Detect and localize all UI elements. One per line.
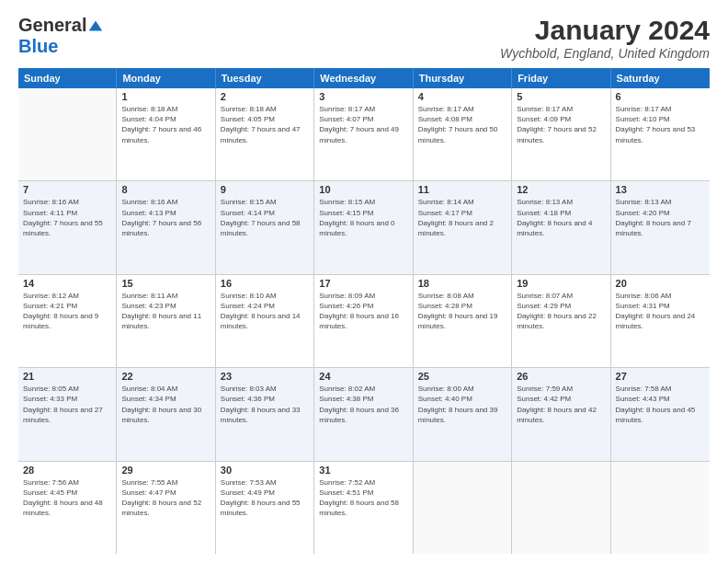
cal-cell: [611, 462, 710, 554]
cal-cell: 15Sunrise: 8:11 AMSunset: 4:23 PMDayligh…: [117, 275, 215, 367]
cell-info: Sunrise: 8:00 AMSunset: 4:40 PMDaylight:…: [418, 384, 506, 425]
cal-cell: 3Sunrise: 8:17 AMSunset: 4:07 PMDaylight…: [314, 88, 413, 180]
cal-cell: 10Sunrise: 8:15 AMSunset: 4:15 PMDayligh…: [314, 181, 413, 273]
cal-cell: 20Sunrise: 8:06 AMSunset: 4:31 PMDayligh…: [611, 275, 710, 367]
cal-cell: 14Sunrise: 8:12 AMSunset: 4:21 PMDayligh…: [18, 275, 117, 367]
header-day-friday: Friday: [512, 68, 610, 88]
cell-info: Sunrise: 8:03 AMSunset: 4:36 PMDaylight:…: [221, 384, 309, 425]
day-number: 8: [121, 184, 210, 195]
cal-cell: 7Sunrise: 8:16 AMSunset: 4:11 PMDaylight…: [18, 181, 117, 273]
cell-info: Sunrise: 8:17 AMSunset: 4:09 PMDaylight:…: [517, 104, 605, 145]
calendar-header: SundayMondayTuesdayWednesdayThursdayFrid…: [18, 68, 710, 88]
cal-cell: 17Sunrise: 8:09 AMSunset: 4:26 PMDayligh…: [314, 275, 413, 367]
day-number: 7: [23, 184, 111, 195]
cell-info: Sunrise: 7:53 AMSunset: 4:49 PMDaylight:…: [221, 477, 309, 519]
header-day-monday: Monday: [117, 68, 215, 88]
cal-cell: 8Sunrise: 8:16 AMSunset: 4:13 PMDaylight…: [117, 181, 215, 273]
cal-cell: 28Sunrise: 7:56 AMSunset: 4:45 PMDayligh…: [18, 462, 117, 554]
cal-cell: 30Sunrise: 7:53 AMSunset: 4:49 PMDayligh…: [216, 462, 314, 554]
month-title: January 2024: [500, 15, 710, 46]
week-row-2: 7Sunrise: 8:16 AMSunset: 4:11 PMDaylight…: [18, 181, 710, 274]
header-day-wednesday: Wednesday: [314, 68, 413, 88]
cal-cell: 6Sunrise: 8:17 AMSunset: 4:10 PMDaylight…: [611, 88, 710, 180]
header-day-saturday: Saturday: [611, 68, 710, 88]
day-number: 10: [319, 184, 407, 195]
title-block: January 2024 Wychbold, England, United K…: [500, 15, 710, 61]
cal-cell: 12Sunrise: 8:13 AMSunset: 4:18 PMDayligh…: [512, 181, 610, 273]
cell-info: Sunrise: 8:02 AMSunset: 4:38 PMDaylight:…: [319, 384, 407, 425]
cell-info: Sunrise: 8:17 AMSunset: 4:08 PMDaylight:…: [418, 104, 506, 145]
day-number: 12: [517, 184, 605, 195]
cell-info: Sunrise: 8:15 AMSunset: 4:15 PMDaylight:…: [319, 197, 407, 238]
logo-icon: [87, 17, 104, 34]
cal-cell: 5Sunrise: 8:17 AMSunset: 4:09 PMDaylight…: [512, 88, 610, 180]
cell-info: Sunrise: 8:10 AMSunset: 4:24 PMDaylight:…: [221, 291, 309, 332]
header-day-tuesday: Tuesday: [216, 68, 314, 88]
cell-info: Sunrise: 8:09 AMSunset: 4:26 PMDaylight:…: [319, 291, 407, 332]
cell-info: Sunrise: 8:17 AMSunset: 4:10 PMDaylight:…: [616, 104, 705, 145]
cell-info: Sunrise: 8:12 AMSunset: 4:21 PMDaylight:…: [23, 291, 111, 332]
cal-cell: 24Sunrise: 8:02 AMSunset: 4:38 PMDayligh…: [314, 368, 413, 460]
cell-info: Sunrise: 8:06 AMSunset: 4:31 PMDaylight:…: [616, 291, 705, 332]
cell-info: Sunrise: 7:59 AMSunset: 4:42 PMDaylight:…: [517, 384, 605, 425]
header-day-thursday: Thursday: [414, 68, 512, 88]
logo-blue-text: Blue: [18, 36, 58, 57]
header-day-sunday: Sunday: [18, 68, 117, 88]
cell-info: Sunrise: 8:08 AMSunset: 4:28 PMDaylight:…: [418, 291, 506, 332]
cell-info: Sunrise: 8:07 AMSunset: 4:29 PMDaylight:…: [517, 291, 605, 332]
cal-cell: 31Sunrise: 7:52 AMSunset: 4:51 PMDayligh…: [314, 462, 413, 554]
cell-info: Sunrise: 7:56 AMSunset: 4:45 PMDaylight:…: [23, 477, 111, 519]
day-number: 23: [221, 371, 309, 382]
logo: General Blue: [18, 15, 104, 57]
cell-info: Sunrise: 7:52 AMSunset: 4:51 PMDaylight:…: [319, 477, 407, 519]
week-row-1: 1Sunrise: 8:18 AMSunset: 4:04 PMDaylight…: [18, 88, 710, 181]
logo-general: General: [18, 15, 86, 36]
day-number: 16: [221, 278, 309, 289]
cell-info: Sunrise: 8:13 AMSunset: 4:20 PMDaylight:…: [616, 197, 705, 238]
cal-cell: 21Sunrise: 8:05 AMSunset: 4:33 PMDayligh…: [18, 368, 117, 460]
day-number: 27: [616, 371, 705, 382]
day-number: 1: [121, 91, 210, 102]
day-number: 4: [418, 91, 506, 102]
cal-cell: 26Sunrise: 7:59 AMSunset: 4:42 PMDayligh…: [512, 368, 610, 460]
week-row-4: 21Sunrise: 8:05 AMSunset: 4:33 PMDayligh…: [18, 368, 710, 461]
cal-cell: 4Sunrise: 8:17 AMSunset: 4:08 PMDaylight…: [414, 88, 512, 180]
cal-cell: 1Sunrise: 8:18 AMSunset: 4:04 PMDaylight…: [117, 88, 215, 180]
cell-info: Sunrise: 8:17 AMSunset: 4:07 PMDaylight:…: [319, 104, 407, 145]
day-number: 26: [517, 371, 605, 382]
cal-cell: 9Sunrise: 8:15 AMSunset: 4:14 PMDaylight…: [216, 181, 314, 273]
cal-cell: 19Sunrise: 8:07 AMSunset: 4:29 PMDayligh…: [512, 275, 610, 367]
cell-info: Sunrise: 7:55 AMSunset: 4:47 PMDaylight:…: [121, 477, 210, 519]
day-number: 3: [319, 91, 407, 102]
cell-info: Sunrise: 8:11 AMSunset: 4:23 PMDaylight:…: [121, 291, 210, 332]
calendar-body: 1Sunrise: 8:18 AMSunset: 4:04 PMDaylight…: [18, 88, 710, 554]
day-number: 2: [221, 91, 309, 102]
day-number: 28: [23, 465, 111, 476]
day-number: 11: [418, 184, 506, 195]
week-row-3: 14Sunrise: 8:12 AMSunset: 4:21 PMDayligh…: [18, 275, 710, 368]
cell-info: Sunrise: 8:14 AMSunset: 4:17 PMDaylight:…: [418, 197, 506, 238]
cell-info: Sunrise: 8:13 AMSunset: 4:18 PMDaylight:…: [517, 197, 605, 238]
cell-info: Sunrise: 8:16 AMSunset: 4:11 PMDaylight:…: [23, 197, 111, 238]
week-row-5: 28Sunrise: 7:56 AMSunset: 4:45 PMDayligh…: [18, 462, 710, 554]
day-number: 13: [616, 184, 705, 195]
cal-cell: [512, 462, 610, 554]
day-number: 17: [319, 278, 407, 289]
cal-cell: 18Sunrise: 8:08 AMSunset: 4:28 PMDayligh…: [414, 275, 512, 367]
cal-cell: 23Sunrise: 8:03 AMSunset: 4:36 PMDayligh…: [216, 368, 314, 460]
location: Wychbold, England, United Kingdom: [500, 46, 710, 61]
cell-info: Sunrise: 7:58 AMSunset: 4:43 PMDaylight:…: [616, 384, 705, 425]
calendar: SundayMondayTuesdayWednesdayThursdayFrid…: [18, 68, 710, 554]
cal-cell: [18, 88, 117, 180]
cal-cell: 25Sunrise: 8:00 AMSunset: 4:40 PMDayligh…: [414, 368, 512, 460]
day-number: 20: [616, 278, 705, 289]
svg-marker-0: [89, 20, 102, 30]
cal-cell: 2Sunrise: 8:18 AMSunset: 4:05 PMDaylight…: [216, 88, 314, 180]
day-number: 30: [221, 465, 309, 476]
cell-info: Sunrise: 8:18 AMSunset: 4:04 PMDaylight:…: [121, 104, 210, 145]
cal-cell: 16Sunrise: 8:10 AMSunset: 4:24 PMDayligh…: [216, 275, 314, 367]
day-number: 19: [517, 278, 605, 289]
cal-cell: 29Sunrise: 7:55 AMSunset: 4:47 PMDayligh…: [117, 462, 215, 554]
day-number: 5: [517, 91, 605, 102]
cal-cell: 22Sunrise: 8:04 AMSunset: 4:34 PMDayligh…: [117, 368, 215, 460]
